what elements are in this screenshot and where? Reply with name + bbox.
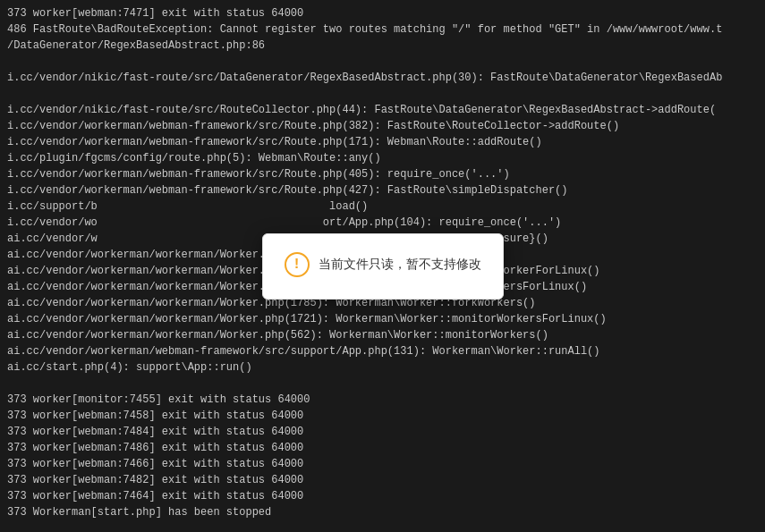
modal-box: ! 当前文件只读，暂不支持修改: [262, 233, 504, 300]
modal-message: 当前文件只读，暂不支持修改: [319, 255, 481, 274]
modal-overlay: ! 当前文件只读，暂不支持修改: [0, 0, 765, 532]
modal-header: ! 当前文件只读，暂不支持修改: [285, 252, 481, 277]
warning-icon: !: [285, 252, 310, 277]
terminal: 373 worker[webman:7471] exit with status…: [0, 0, 765, 532]
